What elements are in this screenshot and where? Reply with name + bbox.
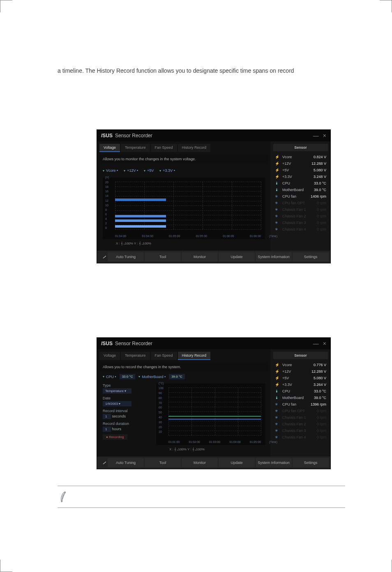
- tab-voltage[interactable]: Voltage: [99, 352, 120, 360]
- record-interval-value[interactable]: 1: [103, 414, 111, 419]
- asus-logo-icon: ⟋⟍: [99, 460, 107, 465]
- nav-monitor[interactable]: Monitor: [182, 252, 218, 261]
- chevron-down-icon: ▾: [138, 375, 140, 378]
- nav-update[interactable]: Update: [219, 458, 255, 467]
- thermometer-icon: 🌡: [275, 396, 279, 400]
- chevron-down-icon: ▾: [144, 169, 145, 173]
- nav-tool[interactable]: Tool: [145, 458, 181, 467]
- sensor-row: ⚡Vcore0.776 V: [273, 362, 328, 368]
- history-chart: (°C) 100 90 80 70 60 50 40 30: [156, 383, 265, 445]
- fan-icon: ✳: [275, 402, 279, 406]
- sensor-label: +5V: [282, 168, 289, 172]
- tab-temperature[interactable]: Temperature: [121, 144, 150, 152]
- fan-icon: ✳: [275, 227, 279, 231]
- bolt-icon: ⚡: [275, 376, 279, 380]
- sensor-label: Vcore: [282, 155, 292, 159]
- fan-icon: ✳: [275, 429, 279, 433]
- tab-voltage[interactable]: Voltage: [99, 144, 120, 152]
- sensor-row: ⚡Vcore0.824 V: [273, 154, 328, 160]
- sensor-label: CPU: [282, 389, 290, 393]
- nav-system-information[interactable]: System Information: [256, 252, 292, 261]
- x-axis-label: (Time): [269, 235, 277, 238]
- tab-history-record[interactable]: History Record: [178, 352, 211, 360]
- bolt-icon: ⚡: [275, 369, 279, 374]
- nav-settings[interactable]: Settings: [293, 458, 329, 467]
- sensor-row: ⚡+5V5.080 V: [273, 167, 328, 173]
- record-duration-unit: hours: [112, 427, 122, 431]
- y-axis: 20 18 16 14 12 10 8 6 4 2 0: [105, 181, 113, 229]
- close-button[interactable]: ×: [323, 132, 326, 139]
- chevron-down-icon: ▾: [159, 169, 161, 173]
- thermometer-icon: 🌡: [275, 389, 279, 393]
- sensor-label: MotherBoard: [282, 188, 304, 192]
- window-title: Sensor Recorder: [115, 133, 152, 138]
- bottom-nav: ⟋⟍ Auto Tuning Tool Monitor Update Syste…: [97, 457, 330, 469]
- tab-history-record[interactable]: History Record: [178, 144, 211, 152]
- sensor-row: ⚡+12V12.288 V: [273, 368, 328, 375]
- cpu-temp-value: 33.0 °C: [120, 374, 136, 379]
- zoom-controls[interactable]: X : 𝄞 𝅘 100% Y : 𝄞 𝅘 100%: [99, 241, 268, 248]
- nav-auto-tuning[interactable]: Auto Tuning: [108, 458, 144, 467]
- description-text: Allows you to monitor the changes in the…: [99, 155, 268, 164]
- tab-fan-speed[interactable]: Fan Speed: [151, 144, 177, 152]
- bar-vcore: [115, 225, 166, 228]
- toggle-vcore[interactable]: ▾Vcore •: [103, 168, 118, 173]
- tab-fan-speed[interactable]: Fan Speed: [151, 352, 177, 360]
- sensor-value: 1396 rpm: [311, 402, 326, 406]
- recording-button[interactable]: ● Recording: [103, 434, 127, 440]
- toggle-12v[interactable]: ▾+12V •: [124, 168, 138, 173]
- sensor-label: Vcore: [282, 363, 292, 367]
- toggle-3v3[interactable]: ▾+3.3V •: [159, 168, 175, 173]
- sensor-row: 🌡CPU33.0 °C: [273, 180, 328, 187]
- nav-update[interactable]: Update: [219, 252, 255, 261]
- brand-logo: /SUS: [101, 133, 113, 138]
- sensor-label: +12V: [282, 369, 291, 374]
- bolt-icon: ⚡: [275, 161, 279, 166]
- sensor-value: 0 rpm: [317, 214, 326, 218]
- nav-tool[interactable]: Tool: [145, 252, 181, 261]
- sensor-label: +3.3V: [282, 175, 292, 179]
- bottom-nav: ⟋⟍ Auto Tuning Tool Monitor Update Syste…: [97, 251, 330, 263]
- nav-auto-tuning[interactable]: Auto Tuning: [108, 252, 144, 261]
- nav-system-information[interactable]: System Information: [256, 458, 292, 467]
- sensor-row: ⚡+12V12.288 V: [273, 160, 328, 167]
- thermometer-icon: 🌡: [275, 181, 279, 185]
- zoom-controls[interactable]: X : 𝄞 𝅘 100% Y : 𝄞 𝅘 100%: [153, 447, 268, 454]
- toggle-5v[interactable]: ▾+5V: [144, 168, 154, 173]
- tab-temperature[interactable]: Temperature: [121, 352, 150, 360]
- y-axis-unit: (V): [105, 176, 109, 179]
- nav-monitor[interactable]: Monitor: [182, 458, 218, 467]
- sensor-row: ✳Chassis Fan 30 rpm: [273, 219, 328, 226]
- chevron-down-icon: ▾: [103, 375, 104, 378]
- bar-3v3: [115, 219, 166, 222]
- sensor-label: Chassis Fan 3: [282, 221, 306, 225]
- type-select[interactable]: Temperature ▾: [103, 388, 131, 394]
- close-button[interactable]: ×: [323, 340, 326, 347]
- bar-12v: [115, 198, 166, 201]
- sensor-row: 🌡MotherBoard39.0 °C: [273, 187, 328, 193]
- minimize-button[interactable]: —: [313, 340, 319, 347]
- sensor-row: ✳CPU fan1396 rpm: [273, 401, 328, 408]
- sensor-label: MotherBoard: [282, 396, 304, 400]
- divider: [58, 507, 345, 508]
- toggle-cpu[interactable]: ▾CPU •: [103, 374, 116, 379]
- date-select[interactable]: 1/9/2003 ▾: [103, 401, 131, 406]
- sensor-recorder-window-history: /SUS Sensor Recorder — × Voltage Tempera…: [97, 337, 331, 469]
- toggle-motherboard[interactable]: ▾MotherBoard •: [138, 374, 166, 379]
- bolt-icon: ⚡: [275, 155, 279, 159]
- description-text: Allows you to record the changes in the …: [99, 362, 268, 371]
- sensor-row: ⚡+3.3V3.264 V: [273, 381, 328, 388]
- x-axis: 01:01:00 01:02:00 01:03:00 01:04:00 01:0…: [168, 441, 261, 443]
- sensor-value: 0 rpm: [317, 422, 326, 426]
- x-axis-label: (Time): [269, 441, 277, 443]
- sensor-value: 0 rpm: [317, 208, 326, 212]
- record-duration-value[interactable]: 1: [103, 427, 111, 432]
- sensor-value: 3.264 V: [314, 383, 326, 387]
- sensor-label: Chassis Fan 2: [282, 422, 306, 426]
- fan-icon: ✳: [275, 422, 279, 426]
- minimize-button[interactable]: —: [313, 132, 319, 139]
- sensor-row: ✳CPU fan OPT0 rpm: [273, 408, 328, 414]
- titlebar: /SUS Sensor Recorder — ×: [97, 338, 330, 349]
- nav-settings[interactable]: Settings: [293, 252, 329, 261]
- y-axis: 100 90 80 70 60 50 40 30 20 10: [159, 387, 167, 435]
